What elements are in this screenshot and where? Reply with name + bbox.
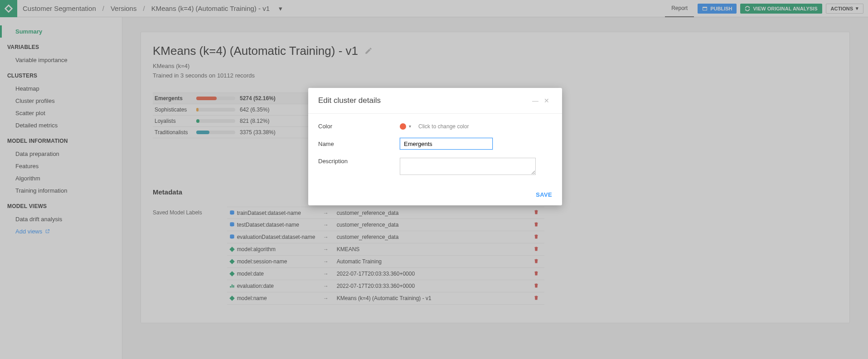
- color-swatch-icon: [400, 123, 406, 130]
- color-label: Color: [318, 123, 400, 130]
- edit-cluster-modal: Edit cluster details — ✕ Color ▾ Click t…: [308, 88, 562, 205]
- close-icon[interactable]: ✕: [541, 97, 552, 104]
- color-hint: Click to change color: [418, 123, 469, 130]
- minimize-icon[interactable]: —: [529, 97, 541, 104]
- modal-title: Edit cluster details: [318, 96, 381, 105]
- name-label: Name: [318, 141, 400, 147]
- chevron-down-icon: ▾: [409, 124, 411, 129]
- save-button[interactable]: SAVE: [536, 191, 552, 198]
- cluster-name-input[interactable]: [400, 138, 493, 150]
- description-label: Description: [318, 158, 400, 165]
- color-picker[interactable]: ▾: [400, 123, 411, 130]
- cluster-description-input[interactable]: [400, 158, 536, 175]
